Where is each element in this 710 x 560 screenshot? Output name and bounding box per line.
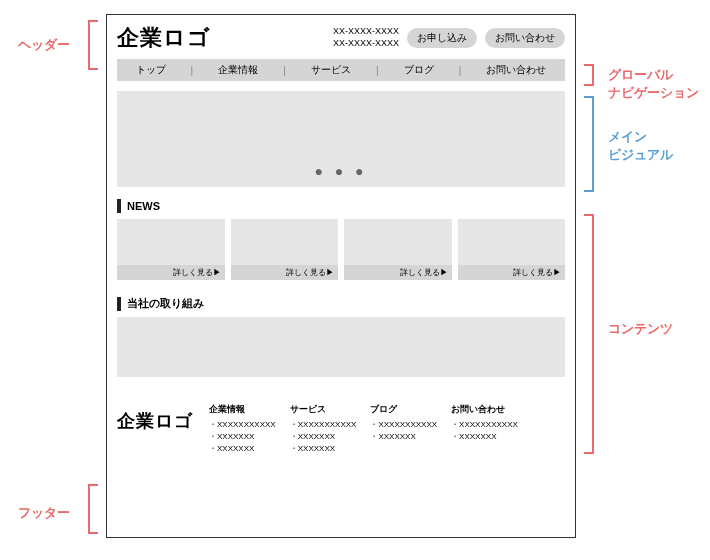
footer-columns: 企業情報 ・XXXXXXXXXXX ・XXXXXXX ・XXXXXXX サービス… — [209, 403, 565, 455]
title-bar-icon — [117, 297, 121, 311]
annotation-contents: コンテンツ — [608, 320, 673, 338]
bracket-gnav — [584, 64, 594, 86]
nav-item-contact[interactable]: お問い合わせ — [486, 63, 546, 77]
footer-logo: 企業ロゴ — [117, 409, 193, 433]
card-more-button[interactable]: 詳しく見る▶ — [344, 265, 452, 280]
carousel-dots[interactable]: ● ● ● — [314, 163, 367, 179]
nav-item-service[interactable]: サービス — [311, 63, 351, 77]
news-title-text: NEWS — [127, 200, 160, 212]
apply-button[interactable]: お申し込み — [407, 28, 477, 48]
header-logo: 企業ロゴ — [117, 23, 211, 53]
footer-col-service: サービス ・XXXXXXXXXXX ・XXXXXXX ・XXXXXXX — [290, 403, 357, 455]
footer-link[interactable]: ・XXXXXXX — [370, 431, 437, 443]
news-card: 詳しく見る▶ — [117, 219, 225, 280]
footer-col-title: サービス — [290, 403, 357, 416]
footer: 企業ロゴ 企業情報 ・XXXXXXXXXXX ・XXXXXXX ・XXXXXXX… — [117, 403, 565, 455]
nav-item-blog[interactable]: ブログ — [404, 63, 434, 77]
bracket-footer — [88, 484, 98, 534]
card-more-button[interactable]: 詳しく見る▶ — [117, 265, 225, 280]
footer-link[interactable]: ・XXXXXXXXXXX — [290, 419, 357, 431]
news-title: NEWS — [117, 199, 565, 213]
news-card: 詳しく見る▶ — [231, 219, 339, 280]
bracket-main-visual — [584, 96, 594, 192]
card-more-button[interactable]: 詳しく見る▶ — [231, 265, 339, 280]
header-right: XX-XXXX-XXXX XX-XXXX-XXXX お申し込み お問い合わせ — [333, 26, 565, 49]
title-bar-icon — [117, 199, 121, 213]
footer-link[interactable]: ・XXXXXXXXXXX — [209, 419, 276, 431]
phone-1: XX-XXXX-XXXX — [333, 26, 399, 38]
phone-2: XX-XXXX-XXXX — [333, 38, 399, 50]
global-nav: トップ | 企業情報 | サービス | ブログ | お問い合わせ — [117, 59, 565, 81]
contact-button[interactable]: お問い合わせ — [485, 28, 565, 48]
header-phones: XX-XXXX-XXXX XX-XXXX-XXXX — [333, 26, 399, 49]
nav-sep: | — [459, 65, 462, 76]
footer-link[interactable]: ・XXXXXXX — [451, 431, 518, 443]
annotation-header: ヘッダー — [18, 36, 70, 54]
nav-sep: | — [191, 65, 194, 76]
footer-col-contact: お問い合わせ ・XXXXXXXXXXX ・XXXXXXX — [451, 403, 518, 455]
footer-link[interactable]: ・XXXXXXX — [290, 431, 357, 443]
annotation-footer: フッター — [18, 504, 70, 522]
main-visual: ● ● ● — [117, 91, 565, 187]
card-image — [231, 219, 339, 265]
footer-link[interactable]: ・XXXXXXXXXXX — [451, 419, 518, 431]
footer-link[interactable]: ・XXXXXXX — [209, 431, 276, 443]
footer-col-title: 企業情報 — [209, 403, 276, 416]
initiatives-title-text: 当社の取り組み — [127, 296, 204, 311]
nav-sep: | — [376, 65, 379, 76]
annotation-main-visual: メイン ビジュアル — [608, 128, 673, 164]
news-card: 詳しく見る▶ — [344, 219, 452, 280]
bracket-header — [88, 20, 98, 70]
card-image — [458, 219, 566, 265]
card-image — [344, 219, 452, 265]
news-cards: 詳しく見る▶ 詳しく見る▶ 詳しく見る▶ 詳しく見る▶ — [117, 219, 565, 280]
initiatives-block — [117, 317, 565, 377]
header: 企業ロゴ XX-XXXX-XXXX XX-XXXX-XXXX お申し込み お問い… — [117, 23, 565, 53]
footer-col-blog: ブログ ・XXXXXXXXXXX ・XXXXXXX — [370, 403, 437, 455]
footer-link[interactable]: ・XXXXXXX — [290, 443, 357, 455]
card-more-button[interactable]: 詳しく見る▶ — [458, 265, 566, 280]
news-card: 詳しく見る▶ — [458, 219, 566, 280]
footer-col-title: ブログ — [370, 403, 437, 416]
initiatives-title: 当社の取り組み — [117, 296, 565, 311]
annotation-gnav: グローバル ナビゲーション — [608, 66, 699, 102]
bracket-contents — [584, 214, 594, 454]
nav-item-top[interactable]: トップ — [136, 63, 166, 77]
nav-item-company[interactable]: 企業情報 — [218, 63, 258, 77]
footer-col-company: 企業情報 ・XXXXXXXXXXX ・XXXXXXX ・XXXXXXX — [209, 403, 276, 455]
wireframe-page: 企業ロゴ XX-XXXX-XXXX XX-XXXX-XXXX お申し込み お問い… — [106, 14, 576, 538]
footer-link[interactable]: ・XXXXXXX — [209, 443, 276, 455]
footer-link[interactable]: ・XXXXXXXXXXX — [370, 419, 437, 431]
card-image — [117, 219, 225, 265]
footer-col-title: お問い合わせ — [451, 403, 518, 416]
nav-sep: | — [283, 65, 286, 76]
